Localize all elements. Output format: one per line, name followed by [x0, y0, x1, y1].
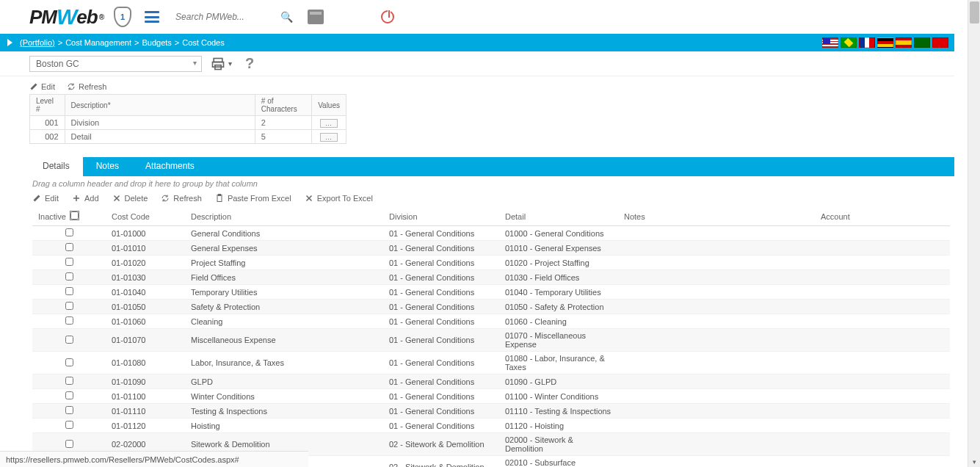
- cell-detail: 01060 - Cleaning: [499, 314, 618, 329]
- flag-cn-icon[interactable]: [932, 37, 948, 48]
- row-inactive-checkbox[interactable]: [65, 316, 73, 325]
- help-icon[interactable]: ?: [245, 55, 254, 72]
- cell-inactive: [32, 352, 106, 374]
- grid-delete-button[interactable]: Delete: [112, 194, 148, 203]
- table-row[interactable]: 01-01100 Winter Conditions 01 - General …: [32, 389, 950, 404]
- table-row[interactable]: 01-01070 Miscellaneous Expense 01 - Gene…: [32, 329, 950, 352]
- level-values-button[interactable]: …: [320, 119, 338, 128]
- row-inactive-checkbox[interactable]: [65, 358, 73, 366]
- table-row[interactable]: 01-01090 GLPD 01 - General Conditions 01…: [32, 374, 950, 389]
- level-col-values[interactable]: Values: [312, 95, 346, 116]
- row-inactive-checkbox[interactable]: [65, 391, 73, 399]
- cell-notes: [618, 226, 815, 241]
- vertical-scrollbar[interactable]: ▴ ▾: [968, 0, 980, 467]
- cell-account: [815, 389, 950, 404]
- grid-export-button[interactable]: Export To Excel: [305, 194, 373, 203]
- row-inactive-checkbox[interactable]: [65, 272, 73, 280]
- table-row[interactable]: 01-01060 Cleaning 01 - General Condition…: [32, 314, 950, 329]
- cell-notes: [618, 314, 815, 329]
- inactive-header-checkbox[interactable]: [70, 211, 79, 220]
- flag-de-icon[interactable]: [877, 37, 893, 48]
- cell-detail: 02000 - Sitework & Demolition: [499, 433, 618, 456]
- cell-code: 01-01060: [106, 314, 185, 329]
- flag-fr-icon[interactable]: [859, 37, 875, 48]
- cell-detail: 01010 - General Expenses: [499, 241, 618, 256]
- cell-account: [815, 300, 950, 314]
- print-dropdown-icon[interactable]: ▾: [228, 59, 232, 68]
- row-inactive-checkbox[interactable]: [65, 302, 73, 310]
- grid-col-detail[interactable]: Detail: [499, 207, 618, 226]
- shield-badge[interactable]: 1: [114, 7, 131, 27]
- tab-details[interactable]: Details: [29, 157, 83, 176]
- flag-us-icon[interactable]: [822, 37, 838, 48]
- menu-icon[interactable]: [145, 11, 159, 23]
- grid-col-desc[interactable]: Description: [185, 207, 383, 226]
- cell-account: [815, 270, 950, 285]
- grid-add-button[interactable]: Add: [72, 194, 99, 203]
- table-row[interactable]: 01-01120 Hoisting 01 - General Condition…: [32, 419, 950, 433]
- row-inactive-checkbox[interactable]: [65, 258, 73, 266]
- calendar-icon[interactable]: [308, 10, 324, 24]
- grid-edit-button[interactable]: Edit: [32, 194, 59, 203]
- table-row[interactable]: 01-01080 Labor, Insurance, & Taxes 01 - …: [32, 352, 950, 374]
- level-col-level[interactable]: Level #: [30, 95, 65, 116]
- grid-col-notes[interactable]: Notes: [618, 207, 815, 226]
- cell-account: [815, 352, 950, 374]
- table-row[interactable]: 01-01050 Safety & Protection 01 - Genera…: [32, 300, 950, 314]
- row-inactive-checkbox[interactable]: [65, 336, 73, 344]
- table-row[interactable]: 01-01110 Testing & Inspections 01 - Gene…: [32, 404, 950, 419]
- level-col-chars[interactable]: # of Characters: [255, 95, 311, 116]
- level-row[interactable]: 001 Division 2 …: [30, 116, 346, 130]
- level-values-button[interactable]: …: [320, 133, 338, 142]
- table-row[interactable]: 01-01030 Field Offices 01 - General Cond…: [32, 270, 950, 285]
- crumb-portfolio[interactable]: (Portfolio): [20, 38, 55, 47]
- group-by-hint[interactable]: Drag a column header and drop it here to…: [0, 176, 954, 191]
- print-button[interactable]: ▾: [211, 57, 232, 71]
- table-row[interactable]: 01-01020 Project Staffing 01 - General C…: [32, 256, 950, 270]
- row-inactive-checkbox[interactable]: [65, 421, 73, 429]
- grid-refresh-button[interactable]: Refresh: [161, 194, 202, 203]
- power-icon[interactable]: [381, 10, 394, 23]
- cell-division: 02 - Sitework & Demolition: [383, 456, 499, 468]
- grid-col-account[interactable]: Account: [815, 207, 950, 226]
- row-inactive-checkbox[interactable]: [65, 287, 73, 295]
- row-inactive-checkbox[interactable]: [65, 377, 73, 385]
- table-row[interactable]: 01-01000 General Conditions 01 - General…: [32, 226, 950, 241]
- grid-col-division[interactable]: Division: [383, 207, 499, 226]
- row-inactive-checkbox[interactable]: [65, 228, 73, 236]
- tab-notes[interactable]: Notes: [83, 157, 132, 176]
- scroll-down-icon[interactable]: ▾: [970, 457, 979, 466]
- flag-br-icon[interactable]: [841, 37, 857, 48]
- level-col-desc[interactable]: Description*: [65, 95, 255, 116]
- flag-sa-icon[interactable]: [914, 37, 930, 48]
- scrollbar-thumb[interactable]: [970, 1, 979, 23]
- crumb-cost-codes[interactable]: Cost Codes: [182, 38, 224, 47]
- cell-division: 01 - General Conditions: [383, 226, 499, 241]
- level-row[interactable]: 002 Detail 5 …: [30, 130, 346, 144]
- search-input[interactable]: [173, 7, 296, 27]
- row-inactive-checkbox[interactable]: [65, 243, 73, 251]
- svg-rect-1: [213, 62, 224, 67]
- crumb-cost-management[interactable]: Cost Management: [65, 38, 131, 47]
- grid-col-inactive[interactable]: Inactive: [32, 207, 106, 226]
- row-inactive-checkbox[interactable]: [65, 440, 73, 448]
- search-icon[interactable]: 🔍: [280, 11, 293, 23]
- cell-detail: 01020 - Project Staffing: [499, 256, 618, 270]
- crumb-budgets[interactable]: Budgets: [142, 38, 171, 47]
- grid-paste-button[interactable]: Paste From Excel: [215, 194, 291, 203]
- flag-es-icon[interactable]: [896, 37, 912, 48]
- cell-inactive: [32, 404, 106, 419]
- table-row[interactable]: 01-01010 General Expenses 01 - General C…: [32, 241, 950, 256]
- grid-col-code[interactable]: Cost Code: [106, 207, 185, 226]
- row-inactive-checkbox[interactable]: [65, 406, 73, 414]
- cell-desc: Field Offices: [185, 270, 383, 285]
- cell-notes: [618, 404, 815, 419]
- cell-inactive: [32, 270, 106, 285]
- level-refresh-button[interactable]: Refresh: [67, 82, 107, 91]
- table-row[interactable]: 01-01040 Temporary Utilities 01 - Genera…: [32, 285, 950, 300]
- cell-account: [815, 256, 950, 270]
- project-dropdown[interactable]: Boston GC: [29, 56, 202, 72]
- cell-division: 01 - General Conditions: [383, 285, 499, 300]
- level-edit-button[interactable]: Edit: [29, 82, 55, 91]
- tab-attachments[interactable]: Attachments: [132, 157, 208, 176]
